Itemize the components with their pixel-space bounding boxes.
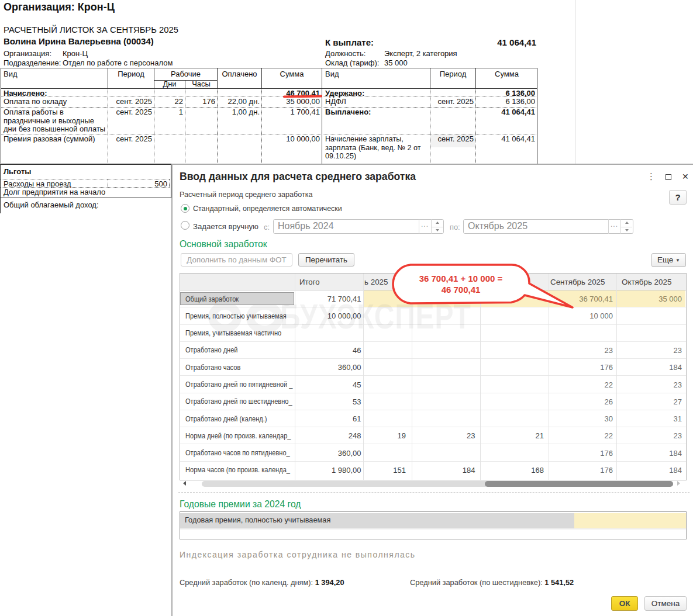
svg-text:46 700,41: 46 700,41 [442,285,481,295]
svg-text:36 700,41 + 10 000 =: 36 700,41 + 10 000 = [419,274,503,283]
